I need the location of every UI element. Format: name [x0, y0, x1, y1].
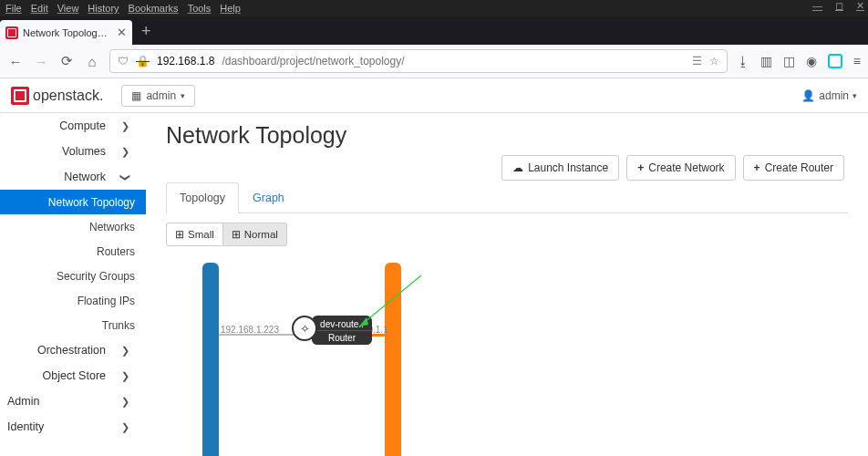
svg-line-0 — [359, 275, 421, 326]
size-toggle: ⊞Small ⊞Normal — [166, 223, 848, 246]
chevron-right-icon: ❯ — [119, 396, 131, 408]
sidebar-label: Volumes — [0, 145, 119, 158]
shield-icon[interactable]: 🛡 — [118, 55, 129, 67]
window-close-icon[interactable]: ✕ — [856, 0, 864, 12]
nav-reload-icon[interactable]: ⟳ — [58, 53, 75, 69]
grid-normal-icon: ⊞ — [232, 228, 241, 241]
sidebar-sub-floating-ips[interactable]: Floating IPs — [0, 288, 146, 313]
sidebar-sub-label: Trunks — [102, 319, 135, 332]
chevron-right-icon: ❯ — [119, 120, 131, 132]
brand-text: openstack. — [33, 88, 103, 104]
sidebar: Compute❯ Volumes❯ Network❯ Network Topol… — [0, 113, 146, 456]
chevron-down-icon: ▾ — [181, 91, 185, 100]
sidebar-label: Network — [0, 171, 119, 183]
sidebar-sub-security-groups[interactable]: Security Groups — [0, 264, 146, 288]
reader-icon[interactable]: ☰ — [692, 55, 702, 67]
page-title: Network Topology — [166, 122, 848, 149]
menu-history[interactable]: History — [88, 3, 119, 14]
chevron-right-icon: ❯ — [119, 370, 131, 382]
url-bar[interactable]: 🛡 🔒 192.168.1.8/dashboard/project/networ… — [109, 49, 728, 73]
bookmark-star-icon[interactable]: ☆ — [709, 55, 719, 67]
sidebar-sub-trunks[interactable]: Trunks — [0, 313, 146, 337]
browser-tabstrip: Network Topology - OpenStac ✕ + — [0, 16, 868, 45]
menu-file[interactable]: File — [5, 3, 22, 14]
size-small-button[interactable]: ⊞Small — [166, 223, 223, 246]
button-label: Small — [188, 229, 214, 240]
browser-tab-title: Network Topology - OpenStac — [23, 27, 112, 38]
chevron-down-icon: ▾ — [852, 91, 857, 100]
extension-icon[interactable] — [828, 54, 842, 68]
menu-icon[interactable]: ≡ — [853, 54, 861, 68]
downloads-icon[interactable]: ⭳ — [737, 54, 749, 68]
sidebar-section-label: Admin — [7, 395, 119, 408]
view-tabs: Topology Graph — [166, 181, 848, 213]
user-menu[interactable]: 👤 admin ▾ — [801, 89, 857, 102]
launch-instance-button[interactable]: ☁Launch Instance — [501, 155, 619, 181]
browser-navbar: ← → ⟳ ⌂ 🛡 🔒 192.168.1.8/dashboard/projec… — [0, 45, 868, 78]
browser-tab[interactable]: Network Topology - OpenStac ✕ — [0, 20, 132, 45]
sidebar-label: Compute — [0, 119, 119, 132]
url-path: /dashboard/project/network_topology/ — [222, 55, 404, 67]
svg-marker-1 — [359, 317, 368, 326]
sidebar-section-label: Identity — [7, 420, 119, 433]
project-icon: ▦ — [131, 89, 141, 102]
os-menubar: File Edit View History Bookmarks Tools H… — [0, 0, 868, 16]
grid-small-icon: ⊞ — [175, 228, 184, 241]
size-normal-button[interactable]: ⊞Normal — [223, 223, 287, 246]
button-label: Launch Instance — [528, 161, 608, 174]
new-tab-button[interactable]: + — [132, 22, 160, 45]
annotation-arrow — [348, 272, 430, 345]
sidebar-sub-label: Floating IPs — [78, 295, 135, 307]
openstack-favicon-icon — [5, 26, 18, 39]
sidebar-label: Object Store — [0, 369, 119, 382]
sidebar-section-admin[interactable]: Admin❯ — [0, 389, 146, 414]
openstack-logo[interactable]: openstack. — [11, 87, 103, 105]
create-network-button[interactable]: +Create Network — [626, 155, 735, 181]
account-icon[interactable]: ◉ — [806, 54, 817, 68]
tab-topology[interactable]: Topology — [166, 182, 239, 213]
chevron-right-icon: ❯ — [119, 345, 131, 357]
button-label: Create Network — [648, 161, 724, 174]
plus-icon: + — [637, 161, 644, 174]
page-actions: ☁Launch Instance +Create Network +Create… — [501, 155, 844, 181]
menu-bookmarks[interactable]: Bookmarks — [129, 3, 179, 14]
plus-icon: + — [754, 161, 760, 174]
no-https-icon: 🔒 — [136, 55, 150, 67]
network-bar-external[interactable]: external_network — [202, 263, 219, 456]
project-selector[interactable]: ▦ admin ▾ — [121, 85, 195, 107]
menu-edit[interactable]: Edit — [31, 3, 48, 14]
menu-view[interactable]: View — [57, 3, 79, 14]
cloud-upload-icon: ☁ — [512, 161, 523, 174]
nav-back-icon[interactable]: ← — [7, 54, 24, 69]
topology-canvas[interactable]: external_network pvt_net 192.168.1.223 1… — [166, 254, 848, 456]
sidebar-item-network[interactable]: Network❯ — [0, 164, 146, 190]
sidebar-item-orchestration[interactable]: Orchestration❯ — [0, 337, 146, 363]
create-router-button[interactable]: +Create Router — [743, 155, 844, 181]
window-minimize-icon[interactable]: — — [812, 0, 822, 12]
button-label: Normal — [244, 229, 278, 240]
sidebar-item-compute[interactable]: Compute❯ — [0, 113, 146, 139]
sidebar-sub-network-topology[interactable]: Network Topology — [0, 190, 146, 214]
user-name: admin — [819, 89, 849, 102]
router-icon: ✧ — [292, 316, 317, 341]
ip-label-left: 192.168.1.223 — [221, 325, 279, 335]
sidebar-section-identity[interactable]: Identity❯ — [0, 414, 146, 440]
url-host: 192.168.1.8 — [157, 55, 214, 67]
sidebar-sub-routers[interactable]: Routers — [0, 239, 146, 264]
sidebar-item-object-store[interactable]: Object Store❯ — [0, 363, 146, 389]
sidebar-icon[interactable]: ◫ — [783, 54, 795, 68]
window-maximize-icon[interactable]: ◻ — [835, 0, 843, 12]
project-name: admin — [146, 89, 176, 102]
library-icon[interactable]: ▥ — [760, 54, 772, 68]
sidebar-item-volumes[interactable]: Volumes❯ — [0, 139, 146, 164]
tab-graph[interactable]: Graph — [239, 182, 298, 213]
tab-close-icon[interactable]: ✕ — [117, 26, 127, 39]
menu-help[interactable]: Help — [220, 3, 241, 14]
sidebar-sub-networks[interactable]: Networks — [0, 214, 146, 239]
openstack-header: openstack. ▦ admin ▾ 👤 admin ▾ — [0, 78, 868, 113]
menu-tools[interactable]: Tools — [188, 3, 212, 14]
nav-home-icon[interactable]: ⌂ — [84, 54, 100, 69]
chevron-down-icon: ❯ — [119, 171, 131, 183]
openstack-mark-icon — [11, 87, 29, 105]
sidebar-sub-label: Security Groups — [57, 270, 135, 283]
